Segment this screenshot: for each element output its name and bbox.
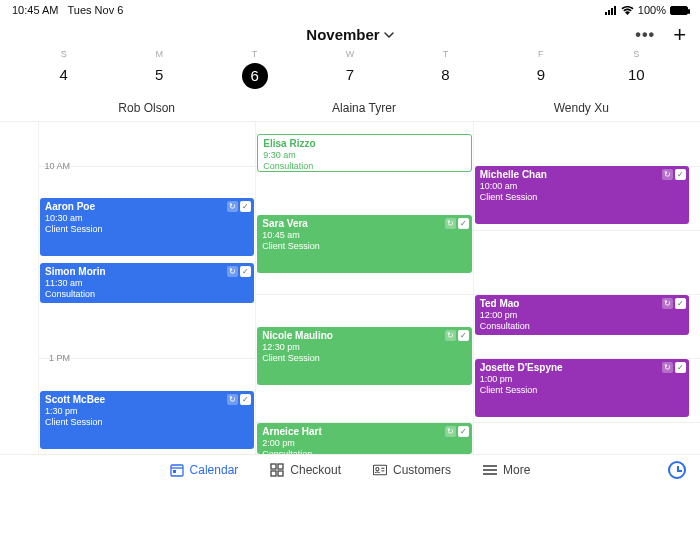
svg-rect-2 xyxy=(611,8,613,15)
menu-icon xyxy=(483,463,497,477)
recurring-icon: ↻ xyxy=(662,169,673,180)
calendar-header: November ••• + xyxy=(0,20,700,47)
tab-more[interactable]: More xyxy=(483,463,530,477)
day-cell-tue[interactable]: T 6 xyxy=(207,49,302,89)
tab-label: Checkout xyxy=(290,463,341,477)
svg-rect-9 xyxy=(271,471,276,476)
recurring-icon: ↻ xyxy=(662,362,673,373)
svg-rect-11 xyxy=(373,465,386,475)
recurring-icon: ↻ xyxy=(227,201,238,212)
svg-rect-3 xyxy=(614,6,616,15)
recurring-icon: ↻ xyxy=(445,330,456,341)
confirmed-icon: ✓ xyxy=(675,169,686,180)
event-badges: ↻✓ xyxy=(662,169,686,180)
tab-checkout[interactable]: Checkout xyxy=(270,463,341,477)
clock-button[interactable] xyxy=(668,461,686,479)
day-cell-thu[interactable]: T 8 xyxy=(398,49,493,89)
confirmed-icon: ✓ xyxy=(675,298,686,309)
day-cell-fri[interactable]: F 9 xyxy=(493,49,588,89)
recurring-icon: ↻ xyxy=(445,218,456,229)
svg-rect-0 xyxy=(605,12,607,15)
staff-column-alaina[interactable]: Elisa Rizzo 9:30 am Consultation Sara Ve… xyxy=(255,122,472,454)
confirmed-icon: ✓ xyxy=(458,426,469,437)
event-badges: ↻✓ xyxy=(662,362,686,373)
chevron-down-icon xyxy=(384,32,394,38)
month-selector[interactable]: November xyxy=(306,26,393,43)
bottom-toolbar: Calendar Checkout Customers More xyxy=(0,454,700,485)
confirmed-icon: ✓ xyxy=(458,330,469,341)
confirmed-icon: ✓ xyxy=(458,218,469,229)
event-nicole-maulino[interactable]: Nicole Maulino 12:30 pm Client Session ↻… xyxy=(257,327,471,385)
recurring-icon: ↻ xyxy=(662,298,673,309)
svg-point-12 xyxy=(376,468,379,471)
recurring-icon: ↻ xyxy=(227,266,238,277)
columns-container: Aaron Poe 10:30 am Client Session ↻✓ Sim… xyxy=(38,122,690,454)
tab-label: Customers xyxy=(393,463,451,477)
status-date: Tues Nov 6 xyxy=(67,4,123,16)
calendar-grid[interactable]: 10 AM 11 AM 12 PM 1 PM 2 PM Aaron Poe 10… xyxy=(0,122,700,454)
event-badges: ↻✓ xyxy=(227,201,251,212)
add-event-button[interactable]: + xyxy=(673,22,686,48)
staff-columns-header: Rob Olson Alaina Tyrer Wendy Xu xyxy=(0,95,700,122)
calendar-icon xyxy=(170,463,184,477)
event-badges: ↻✓ xyxy=(662,298,686,309)
event-scott-mcbee[interactable]: Scott McBee 1:30 pm Client Session ↻✓ xyxy=(40,391,254,449)
event-elisa-rizzo[interactable]: Elisa Rizzo 9:30 am Consultation xyxy=(257,134,471,172)
status-time: 10:45 AM xyxy=(12,4,58,16)
event-aaron-poe[interactable]: Aaron Poe 10:30 am Client Session ↻✓ xyxy=(40,198,254,256)
day-cell-wed[interactable]: W 7 xyxy=(302,49,397,89)
event-arneice-hart[interactable]: Arneice Hart 2:00 pm Consultation ↻✓ xyxy=(257,423,471,454)
battery-percent: 100% xyxy=(638,4,666,16)
confirmed-icon: ✓ xyxy=(240,394,251,405)
confirmed-icon: ✓ xyxy=(240,201,251,212)
staff-col-3[interactable]: Wendy Xu xyxy=(473,101,690,115)
checkout-icon xyxy=(270,463,284,477)
staff-col-1[interactable]: Rob Olson xyxy=(38,101,255,115)
event-badges: ↻✓ xyxy=(445,330,469,341)
event-badges: ↻✓ xyxy=(227,394,251,405)
confirmed-icon: ✓ xyxy=(240,266,251,277)
status-right: 100% xyxy=(605,4,688,16)
svg-rect-6 xyxy=(173,470,176,473)
svg-rect-8 xyxy=(278,464,283,469)
event-badges: ↻✓ xyxy=(445,426,469,437)
svg-rect-7 xyxy=(271,464,276,469)
event-simon-morin[interactable]: Simon Morin 11:30 am Consultation ↻✓ xyxy=(40,263,254,303)
event-ted-mao[interactable]: Ted Mao 12:00 pm Consultation ↻✓ xyxy=(475,295,689,335)
wifi-icon xyxy=(621,6,634,15)
event-josette-despyne[interactable]: Josette D'Espyne 1:00 pm Client Session … xyxy=(475,359,689,417)
svg-rect-1 xyxy=(608,10,610,15)
month-label: November xyxy=(306,26,379,43)
tab-calendar[interactable]: Calendar xyxy=(170,463,239,477)
event-sara-vera[interactable]: Sara Vera 10:45 am Client Session ↻✓ xyxy=(257,215,471,273)
tab-label: Calendar xyxy=(190,463,239,477)
confirmed-icon: ✓ xyxy=(675,362,686,373)
day-cell-mon[interactable]: M 5 xyxy=(111,49,206,89)
header-actions: ••• + xyxy=(635,22,686,48)
event-badges: ↻✓ xyxy=(445,218,469,229)
tab-customers[interactable]: Customers xyxy=(373,463,451,477)
staff-column-wendy[interactable]: Michelle Chan 10:00 am Client Session ↻✓… xyxy=(473,122,690,454)
status-bar: 10:45 AM Tues Nov 6 100% xyxy=(0,0,700,20)
svg-rect-10 xyxy=(278,471,283,476)
customers-icon xyxy=(373,463,387,477)
event-michelle-chan[interactable]: Michelle Chan 10:00 am Client Session ↻✓ xyxy=(475,166,689,224)
staff-column-rob[interactable]: Aaron Poe 10:30 am Client Session ↻✓ Sim… xyxy=(38,122,255,454)
staff-col-2[interactable]: Alaina Tyrer xyxy=(255,101,472,115)
event-badges: ↻✓ xyxy=(227,266,251,277)
recurring-icon: ↻ xyxy=(445,426,456,437)
recurring-icon: ↻ xyxy=(227,394,238,405)
tab-label: More xyxy=(503,463,530,477)
week-days-row: S 4 M 5 T 6 W 7 T 8 F 9 S 10 xyxy=(0,47,700,95)
battery-icon xyxy=(670,6,688,15)
cell-signal-icon xyxy=(605,6,617,15)
more-options-button[interactable]: ••• xyxy=(635,26,655,44)
day-cell-sat[interactable]: S 10 xyxy=(589,49,684,89)
svg-rect-4 xyxy=(171,465,183,476)
day-cell-sun[interactable]: S 4 xyxy=(16,49,111,89)
